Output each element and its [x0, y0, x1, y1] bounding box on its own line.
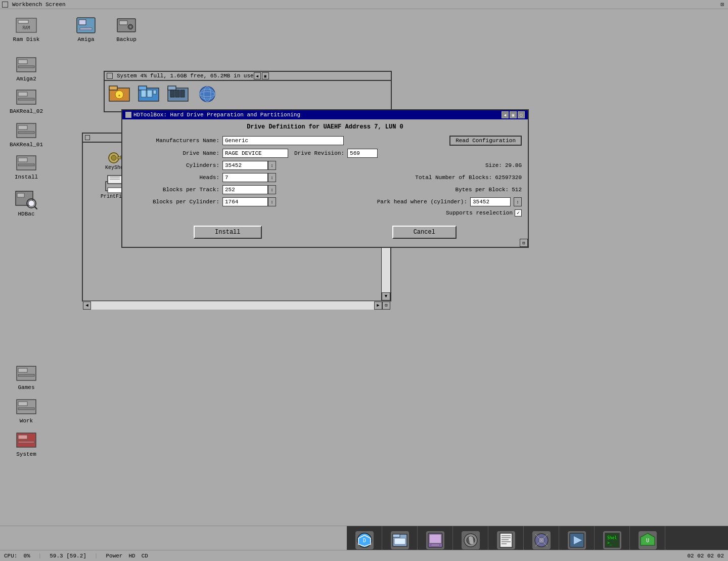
games-icon	[14, 363, 38, 383]
hd-drive-revision-input[interactable]	[347, 149, 378, 158]
desktop-icon-amiga[interactable]: Amiga	[66, 15, 106, 42]
desktop-icon-amiga2[interactable]: Amiga2	[6, 55, 47, 82]
svg-rect-7	[119, 21, 127, 25]
hdtoolbox-zoom-btn[interactable]: ▣	[510, 111, 517, 118]
screen-close-box[interactable]	[2, 2, 8, 8]
hd-install-button[interactable]: Install	[194, 226, 261, 239]
fm-hscroll-right[interactable]: ▶	[374, 301, 382, 310]
svg-rect-17	[18, 125, 27, 130]
read-config-button[interactable]: Read Configuration	[449, 136, 522, 146]
backup-icon	[114, 15, 139, 35]
hdtoolbox-close[interactable]	[125, 112, 131, 118]
status-sep1: |	[38, 553, 42, 559]
hd-row-drivename: Drive Name: Drive Revision:	[128, 149, 522, 158]
amiga2-icon	[14, 55, 38, 75]
hd-row-blockspercylinder: Blocks per Cylinder: ↕ Park head where (…	[128, 197, 522, 206]
svg-text:★: ★	[118, 93, 121, 98]
svg-text:>_: >_	[607, 541, 612, 545]
desktop-icon-backup[interactable]: Backup	[106, 15, 147, 42]
desktop-icon-hdbac[interactable]: HDBac	[6, 190, 47, 217]
desktop-icon-install[interactable]: Install	[6, 153, 47, 180]
fm-hscroll-left[interactable]: ◀	[83, 301, 91, 310]
fm-hscroll-track[interactable]	[91, 301, 374, 310]
hd-cylinders-spin[interactable]: ↕	[268, 161, 276, 170]
fm-close[interactable]	[85, 135, 90, 140]
hd-heads-spin[interactable]: ↕	[268, 173, 276, 182]
bakreal02-label: BAKReal_02	[10, 108, 43, 114]
hd-cylinders-input[interactable]	[222, 161, 268, 170]
work-icon	[14, 397, 38, 417]
system-window-close[interactable]	[107, 73, 113, 79]
hd-drivename-input[interactable]	[222, 149, 288, 158]
sys-icon-1[interactable]: ★	[109, 85, 130, 107]
hd-row-manufacturer: Manufacturers Name: Read Configuration	[128, 136, 522, 146]
sys-icon-2[interactable]	[138, 85, 159, 107]
desktop-icon-ramdisk[interactable]: RAM Ram Disk	[6, 15, 47, 42]
screen-title: Workbench Screen	[12, 2, 66, 8]
svg-rect-117	[502, 541, 511, 542]
sys-icon-globe[interactable]	[197, 85, 218, 107]
svg-rect-110	[431, 544, 439, 546]
bakreal02-icon	[14, 87, 38, 107]
cpu-value: 0%	[23, 553, 30, 559]
hd-cylinders-label: Cylinders:	[128, 162, 219, 168]
work-label: Work	[20, 418, 33, 424]
hdtoolbox-title-bar[interactable]: HDToolBox: Hard Drive Preparation and Pa…	[122, 110, 528, 119]
fm-resize-corner[interactable]: ⊡	[382, 301, 390, 310]
taskbar-app-ampl-icon	[462, 531, 480, 549]
hdtoolbox-dialog: HDToolBox: Hard Drive Preparation and Pa…	[121, 109, 529, 248]
hd-bpt-spin[interactable]: ↕	[268, 185, 276, 194]
hdtoolbox-resize-handle[interactable]: ⊡	[520, 239, 528, 247]
system-window-zoom[interactable]: ▣	[262, 72, 269, 79]
hd-bpc-input[interactable]	[222, 197, 268, 206]
hd-total-blocks-value: 62597320	[495, 175, 522, 181]
hd-subtitle: Drive Definition for UAEHF Address 7, LU…	[128, 123, 522, 131]
desktop-icon-bakreal01[interactable]: BAKReal_01	[6, 120, 47, 148]
hd-reselection-checkbox[interactable]: ✓	[515, 209, 522, 217]
svg-point-9	[129, 26, 131, 28]
desktop-icon-bakreal02[interactable]: BAKReal_02	[6, 87, 47, 114]
install-icon	[14, 153, 38, 173]
hd-cancel-button[interactable]: Cancel	[392, 226, 457, 239]
svg-rect-109	[429, 534, 441, 543]
fm-hscrollbar: ◀ ▶ ⊡	[83, 300, 390, 310]
svg-rect-14	[18, 92, 27, 96]
svg-rect-114	[502, 535, 511, 536]
svg-rect-31	[18, 402, 27, 406]
desktop-icon-games[interactable]: Games	[6, 363, 47, 391]
hd-manufacturer-input[interactable]	[222, 136, 344, 145]
fm-scroll-down[interactable]: ▼	[382, 292, 390, 300]
svg-text:RAM: RAM	[23, 26, 30, 30]
hd-size-value: 29.8G	[505, 162, 522, 168]
hd-reselection-label: Supports reselection	[446, 210, 513, 216]
svg-rect-23	[17, 193, 24, 197]
system-window-title[interactable]: System 4% full, 1.6GB free, 65.2MB in us…	[105, 72, 391, 81]
hd-manufacturer-label: Manufacturers Name:	[128, 138, 219, 144]
hd-heads-input[interactable]	[222, 173, 268, 182]
svg-rect-44	[153, 90, 156, 94]
amiga-icon	[74, 15, 98, 35]
hd-bpb-value: 512	[512, 187, 522, 193]
sys-icon-3[interactable]	[167, 85, 189, 107]
hdtoolbox-depth-btn[interactable]: ◀	[502, 111, 509, 118]
hdtoolbox-title-text: HDToolBox: Hard Drive Preparation and Pa…	[133, 112, 300, 118]
hd-parkhead-spin[interactable]: ↕	[514, 197, 522, 206]
screen-title-bar: Workbench Screen ⊡	[0, 0, 728, 9]
hd-bpc-spin[interactable]: ↕	[268, 197, 276, 206]
svg-rect-28	[18, 368, 27, 372]
svg-rect-91	[108, 188, 122, 193]
hd-bpt-input[interactable]	[222, 185, 268, 194]
svg-rect-92	[110, 177, 120, 178]
svg-line-26	[34, 206, 37, 209]
hdtoolbox-resize-btn[interactable]: ▢	[518, 111, 525, 118]
hd-parkhead-input[interactable]	[470, 197, 511, 206]
screen-resize-box[interactable]: ⊡	[720, 1, 724, 8]
svg-point-66	[111, 155, 116, 160]
desktop-icon-work[interactable]: Work	[6, 397, 47, 424]
hd-drivename-label: Drive Name:	[128, 150, 219, 156]
backup-label: Backup	[116, 36, 136, 42]
system-window-depth[interactable]: ◀	[254, 72, 261, 79]
svg-text:D: D	[362, 538, 366, 543]
desktop-icon-system[interactable]: System	[6, 430, 47, 457]
svg-rect-18	[18, 132, 34, 134]
